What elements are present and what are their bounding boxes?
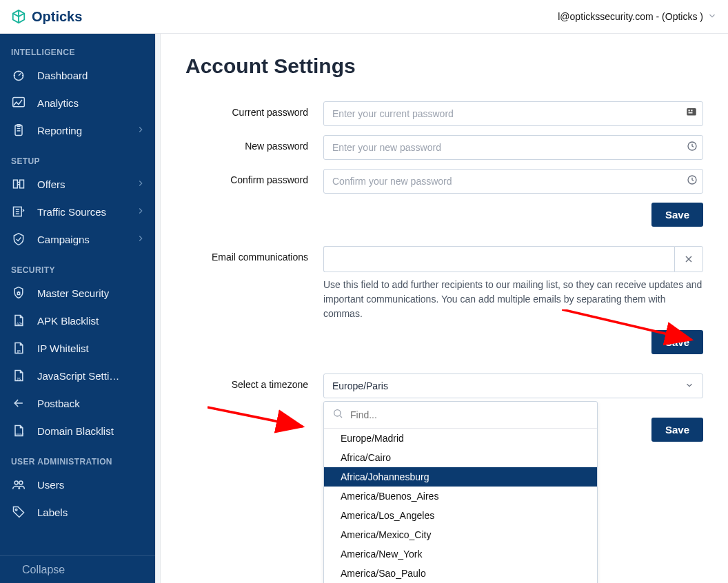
email-comm-label: Email communications xyxy=(185,246,323,263)
collapse-label: Collapse xyxy=(22,564,65,576)
svg-text:APK: APK xyxy=(17,322,24,326)
sidebar-item-users[interactable]: Users xyxy=(0,471,155,498)
sidebar-item-label: Traffic Sources xyxy=(37,206,125,218)
chevron-right-icon xyxy=(136,234,145,245)
svg-rect-10 xyxy=(17,292,19,294)
domain-icon: WWW xyxy=(11,423,26,438)
svg-line-30 xyxy=(340,416,342,418)
save-password-button[interactable]: Save xyxy=(651,203,703,227)
sidebar-item-label: JavaScript Setti… xyxy=(37,370,145,382)
timezone-option[interactable]: Europe/Madrid xyxy=(324,429,597,448)
sidebar-item-domain-blacklist[interactable]: WWWDomain Blacklist xyxy=(0,417,155,444)
sidebar-section-header: SETUP xyxy=(0,152,155,170)
offers-icon xyxy=(11,176,26,192)
analytics-icon xyxy=(11,95,26,110)
dashboard-icon xyxy=(11,68,26,83)
confirm-password-input[interactable] xyxy=(323,169,703,194)
save-email-button[interactable]: Save xyxy=(651,330,703,354)
svg-rect-8 xyxy=(20,180,24,188)
sidebar-section-header: USER ADMINISTRATION xyxy=(0,453,155,471)
sidebar-item-analytics[interactable]: Analytics xyxy=(0,89,155,116)
sidebar-item-label: Campaigns xyxy=(37,234,125,245)
chevron-down-icon xyxy=(685,380,694,392)
timezone-current-value: Europe/Paris xyxy=(332,380,388,391)
sidebar-item-labels[interactable]: Labels xyxy=(0,498,155,526)
email-help-text: Use this field to add further recipients… xyxy=(323,278,703,321)
js-icon: JS xyxy=(11,368,26,383)
svg-point-17 xyxy=(15,509,17,511)
sidebar-item-label: Users xyxy=(37,479,145,491)
new-password-label: New password xyxy=(185,135,323,152)
sidebar-item-label: Analytics xyxy=(37,97,145,109)
timezone-option[interactable]: America/New_York xyxy=(324,544,597,564)
sidebar-item-javascript-setti[interactable]: JSJavaScript Setti… xyxy=(0,362,155,389)
new-password-input[interactable] xyxy=(323,135,703,160)
sidebar-item-campaigns[interactable]: Campaigns xyxy=(0,225,155,253)
timezone-option[interactable]: America/Mexico_City xyxy=(324,525,597,544)
current-password-input[interactable] xyxy=(323,101,703,126)
password-suggest-icon xyxy=(687,141,698,154)
chevron-right-icon xyxy=(136,206,145,218)
svg-text:IP: IP xyxy=(17,349,21,354)
sidebar-section-header: SECURITY xyxy=(0,261,155,279)
sidebar-item-label: Offers xyxy=(37,178,125,190)
sidebar-resize-handle[interactable] xyxy=(155,34,161,583)
svg-text:JS: JS xyxy=(17,377,21,381)
password-suggest-icon xyxy=(687,174,698,188)
sidebar-item-postback[interactable]: Postback xyxy=(0,389,155,417)
collapse-sidebar[interactable]: Collapse xyxy=(0,555,155,583)
svg-point-16 xyxy=(19,481,23,484)
campaigns-icon xyxy=(11,232,26,247)
account-menu-label: l@optickssecurity.com - (Opticks ) xyxy=(558,11,703,22)
mastersec-icon xyxy=(11,285,26,300)
timezone-option[interactable]: America/Sao_Paulo xyxy=(324,564,597,583)
chevron-down-icon xyxy=(707,11,717,23)
current-password-label: Current password xyxy=(185,101,323,118)
sidebar-item-label: Reporting xyxy=(37,125,125,136)
brand-logo[interactable]: Opticks xyxy=(11,9,82,25)
sidebar-item-label: Labels xyxy=(37,507,145,518)
timezone-select[interactable]: Europe/Paris xyxy=(323,374,703,398)
timezone-option[interactable]: America/Los_Angeles xyxy=(324,506,597,525)
timezone-label: Select a timezone xyxy=(185,374,323,390)
timezone-search-input[interactable] xyxy=(350,409,589,420)
svg-rect-21 xyxy=(687,108,696,116)
sidebar-item-label: IP Whitelist xyxy=(37,342,145,354)
sidebar-item-reporting[interactable]: Reporting xyxy=(0,116,155,144)
sidebar-item-master-security[interactable]: Master Security xyxy=(0,279,155,307)
ip-icon: IP xyxy=(11,340,26,356)
reporting-icon xyxy=(11,123,26,138)
brand-name: Opticks xyxy=(32,9,82,25)
main-content: Account Settings Current password New pa… xyxy=(161,34,728,583)
sidebar-item-ip-whitelist[interactable]: IPIP Whitelist xyxy=(0,334,155,362)
sidebar-item-label: APK Blacklist xyxy=(37,315,145,327)
svg-rect-7 xyxy=(14,180,18,188)
svg-rect-2 xyxy=(13,98,25,107)
sidebar-item-dashboard[interactable]: Dashboard xyxy=(0,61,155,89)
sidebar-item-offers[interactable]: Offers xyxy=(0,170,155,198)
search-icon xyxy=(332,408,343,422)
sidebar-item-traffic-sources[interactable]: Traffic Sources xyxy=(0,198,155,225)
timezone-option[interactable]: Africa/Cairo xyxy=(324,448,597,467)
sidebar-item-label: Postback xyxy=(37,398,145,409)
email-communications-input[interactable] xyxy=(323,246,674,272)
save-timezone-button[interactable]: Save xyxy=(651,418,703,442)
postback-icon xyxy=(11,396,26,411)
sidebar-item-apk-blacklist[interactable]: APKAPK Blacklist xyxy=(0,307,155,334)
password-manager-icon xyxy=(685,106,698,121)
svg-rect-23 xyxy=(691,110,692,111)
account-menu[interactable]: l@optickssecurity.com - (Opticks ) xyxy=(558,11,717,23)
traffic-icon xyxy=(11,204,26,219)
users-icon xyxy=(11,477,26,492)
svg-text:WWW: WWW xyxy=(15,433,24,436)
clear-email-button[interactable] xyxy=(674,246,703,272)
labels-icon xyxy=(11,504,26,520)
chevron-right-icon xyxy=(136,178,145,190)
timezone-option[interactable]: America/Buenos_Aires xyxy=(324,487,597,506)
sidebar-item-label: Domain Blacklist xyxy=(37,425,145,437)
chevron-right-icon xyxy=(136,125,145,136)
timezone-option[interactable]: Africa/Johannesburg xyxy=(324,467,597,487)
apk-icon: APK xyxy=(11,313,26,328)
sidebar: INTELLIGENCEDashboardAnalyticsReportingS… xyxy=(0,34,155,583)
page-title: Account Settings xyxy=(185,54,703,78)
